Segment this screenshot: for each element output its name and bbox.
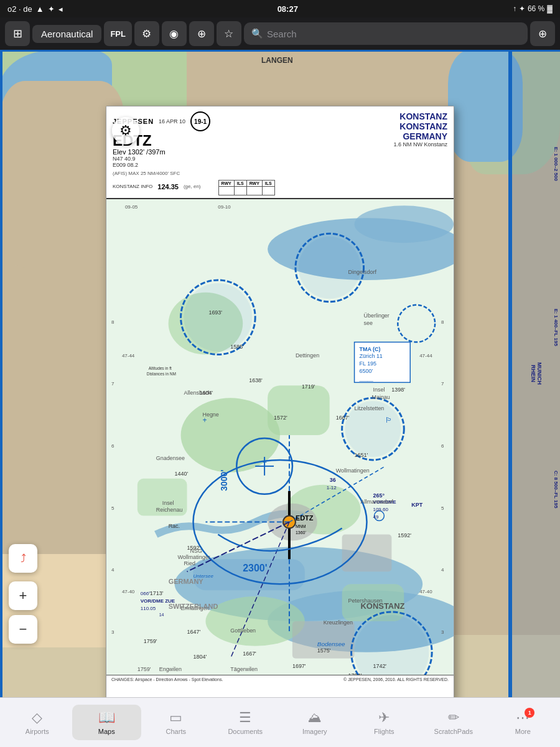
chart-info-label: KONSTANZ INFO xyxy=(113,184,152,189)
chart-coords2: E009 08.2 xyxy=(113,162,210,168)
svg-text:47-40: 47-40 xyxy=(122,589,135,594)
svg-text:Überlinger: Überlinger xyxy=(364,312,390,319)
svg-text:KPT: KPT xyxy=(411,502,422,508)
time-display: 08:27 xyxy=(278,4,298,14)
svg-text:09-10: 09-10 xyxy=(218,204,231,210)
gear-icon: ⚙ xyxy=(119,123,132,139)
settings-button[interactable]: ⚙ xyxy=(134,21,159,46)
carrier-text: o2 · de xyxy=(7,4,32,14)
svg-text:7: 7 xyxy=(441,381,444,387)
langen-label: LANGEN xyxy=(261,56,293,65)
tab-maps[interactable]: 📖 Maps xyxy=(72,705,142,740)
fpl-button[interactable]: FPL xyxy=(104,21,132,46)
svg-text:5: 5 xyxy=(441,505,444,511)
location-button[interactable]: ⊕ xyxy=(530,21,555,46)
search-placeholder: Search xyxy=(267,29,297,39)
chart-country: GERMANY xyxy=(393,131,447,141)
favorites-button[interactable]: ☆ xyxy=(217,21,241,46)
airspace-annotation-1: E: 1 000–2 500 xyxy=(553,147,559,181)
ils-cell2 xyxy=(262,187,274,195)
svg-text:1572': 1572' xyxy=(274,415,287,421)
tab-scratchpads[interactable]: ✏ ScratchPads xyxy=(419,705,488,740)
settings-icon: ⚙ xyxy=(142,27,151,40)
location-icon: ⊕ xyxy=(538,27,547,40)
svg-text:Kreuzlingen: Kreuzlingen xyxy=(324,619,353,626)
chart-rwy-table: RWY ILS RWY ILS xyxy=(218,180,275,195)
svg-text:KONSTANZ: KONSTANZ xyxy=(361,601,405,611)
svg-rect-7 xyxy=(268,385,330,435)
svg-text:Bodensee: Bodensee xyxy=(317,641,345,647)
svg-text:1575': 1575' xyxy=(317,647,331,654)
tab-imagery[interactable]: ⛰ Imagery xyxy=(280,705,350,740)
zoom-out-button[interactable]: − xyxy=(9,615,37,644)
svg-text:1667': 1667' xyxy=(336,415,350,421)
search-bar[interactable]: 🔍 Search xyxy=(244,22,528,45)
signal-icon: ◂ xyxy=(58,4,63,14)
svg-text:+: + xyxy=(263,458,267,467)
tab-flights[interactable]: ✈ Flights xyxy=(350,705,419,740)
svg-text:Gottlieben: Gottlieben xyxy=(230,627,256,634)
tab-more[interactable]: ⋯ 1 More xyxy=(488,705,558,740)
flights-icon: ✈ xyxy=(378,710,390,726)
chart-header: JEPPESEN 16 APR 10 19-1 EDTZ Elev 1302' … xyxy=(106,106,454,199)
route-button[interactable]: ⤴ xyxy=(9,544,37,573)
svg-text:09-05: 09-05 xyxy=(125,204,138,210)
star-icon: ☆ xyxy=(224,27,233,40)
chart-coords1: N47 40.9 xyxy=(113,156,210,162)
svg-text:Tägerwilen: Tägerwilen xyxy=(230,666,258,672)
imagery-icon: ⛰ xyxy=(308,710,322,726)
chart-date: 16 APR 10 xyxy=(159,118,185,125)
ils-cell1 xyxy=(234,187,246,195)
svg-text:Allensbach: Allensbach xyxy=(184,390,212,396)
svg-text:Engwilen: Engwilen xyxy=(159,666,182,672)
compass-button[interactable]: ⊕ xyxy=(189,21,214,46)
svg-text:FL 195: FL 195 xyxy=(360,360,377,367)
svg-text:Ried: Ried xyxy=(184,560,195,566)
svg-point-5 xyxy=(355,205,454,243)
ils-header1: ILS xyxy=(234,181,246,187)
scratchpads-label: ScratchPads xyxy=(434,728,473,735)
svg-text:EDTZ: EDTZ xyxy=(296,514,314,522)
chart-city2: KONSTANZ xyxy=(393,121,447,131)
gps-icon: ↑ xyxy=(513,4,516,13)
svg-text:1398': 1398' xyxy=(391,387,405,393)
svg-text:3: 3 xyxy=(441,629,444,635)
svg-text:1697': 1697' xyxy=(292,663,306,669)
airports-label: Airports xyxy=(26,728,49,735)
svg-text:Rac.: Rac. xyxy=(169,524,180,530)
documents-icon: ☰ xyxy=(239,710,251,726)
svg-text:1440': 1440' xyxy=(175,471,189,477)
svg-text:1759': 1759' xyxy=(138,666,151,672)
svg-text:Untersee: Untersee xyxy=(194,573,214,579)
svg-text:Insel: Insel xyxy=(373,387,385,393)
svg-text:6500': 6500' xyxy=(360,368,373,374)
zoom-in-button[interactable]: + xyxy=(9,581,37,610)
airspace-line-left xyxy=(0,50,2,697)
svg-text:1651': 1651' xyxy=(355,452,368,458)
svg-text:1804': 1804' xyxy=(194,654,207,660)
menu-button[interactable]: ⊞ xyxy=(5,21,30,46)
chart-settings-button[interactable]: ⚙ xyxy=(112,117,139,144)
svg-text:Dingelsdorf: Dingelsdorf xyxy=(348,269,377,275)
svg-rect-14 xyxy=(342,534,392,571)
more-icon: ⋯ 1 xyxy=(516,710,530,726)
svg-text:TMA (C): TMA (C) xyxy=(360,346,381,352)
svg-text:Mainau: Mainau xyxy=(371,394,390,400)
tab-charts[interactable]: ▭ Charts xyxy=(141,705,211,740)
chart-freq-lang: (ge, en) xyxy=(184,184,201,189)
map-type-selector[interactable]: Aeronautical xyxy=(32,25,101,43)
map-background[interactable]: MUNICH RHEIN E: 1 000–2 500 E: 1 400–FL … xyxy=(0,50,560,697)
svg-text:Insel: Insel xyxy=(162,500,174,506)
svg-text:MNM: MNM xyxy=(296,525,306,529)
airspace-line-top xyxy=(0,50,560,52)
minus-icon: − xyxy=(19,621,27,637)
airports-icon: ◇ xyxy=(32,710,42,726)
svg-text:6: 6 xyxy=(441,443,444,449)
tab-documents[interactable]: ☰ Documents xyxy=(211,705,281,740)
svg-point-17 xyxy=(184,283,253,352)
svg-text:1-12: 1-12 xyxy=(327,485,337,491)
tab-airports[interactable]: ◇ Airports xyxy=(2,705,72,740)
layers-button[interactable]: ◉ xyxy=(162,21,187,46)
chart-location-desc: 1.6 NM NW Konstanz xyxy=(393,141,447,148)
svg-text:8: 8 xyxy=(441,319,444,325)
